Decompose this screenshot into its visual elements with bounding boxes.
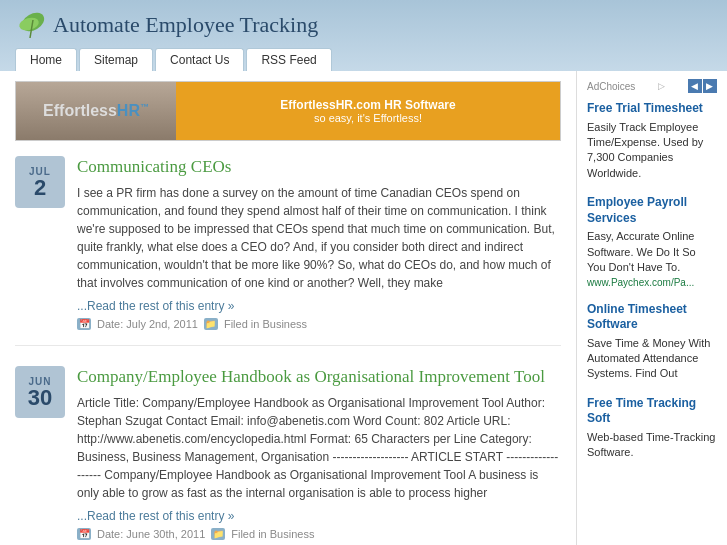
- post-2-title[interactable]: Company/Employee Handbook as Organisatio…: [77, 366, 561, 388]
- nav-sitemap[interactable]: Sitemap: [79, 48, 153, 71]
- ad-choices-arrow: ▷: [658, 81, 665, 91]
- ad-nav-next[interactable]: ▶: [703, 79, 717, 93]
- post-1-folder-icon: 📁: [204, 318, 218, 330]
- post-1-day: 2: [34, 177, 46, 199]
- main-wrapper: EffortlessHR™ EffortlessHR.com HR Softwa…: [0, 71, 727, 545]
- post-1-title-link[interactable]: Communicating CEOs: [77, 157, 231, 176]
- sidebar-ad-4-body: Web-based Time-Tracking Software.: [587, 431, 715, 458]
- post-1-body: I see a PR firm has done a survey on the…: [77, 184, 561, 292]
- post-1-title[interactable]: Communicating CEOs: [77, 156, 561, 178]
- ad-choices-label: AdChoices: [587, 81, 635, 92]
- sidebar-ad-2: Employee Payroll Services Easy, Accurate…: [587, 195, 717, 287]
- sidebar-ad-4-title[interactable]: Free Time Tracking Soft: [587, 396, 717, 427]
- banner-tagline-line2: so easy, it's Effortless!: [314, 112, 422, 124]
- post-2-meta-filed: Filed in Business: [231, 528, 314, 540]
- post-2: JUN 30 Company/Employee Handbook as Orga…: [15, 366, 561, 545]
- nav-rss[interactable]: RSS Feed: [246, 48, 331, 71]
- sidebar-ad-1-title[interactable]: Free Trial Timesheet: [587, 101, 717, 117]
- sidebar-ad-2-url[interactable]: www.Paychex.com/Pa...: [587, 277, 694, 288]
- sidebar-ad-2-body: Easy, Accurate Online Software. We Do It…: [587, 230, 696, 273]
- banner-effortless-text: Effortless: [43, 102, 117, 119]
- sidebar-ad-1-body: Easily Track Employee Time/Expense. Used…: [587, 121, 703, 179]
- post-2-calendar-icon: 📅: [77, 528, 91, 540]
- banner-logo-text: EffortlessHR™: [43, 102, 149, 120]
- sidebar-ad-4: Free Time Tracking Soft Web-based Time-T…: [587, 396, 717, 461]
- post-2-content: Company/Employee Handbook as Organisatio…: [77, 366, 561, 540]
- post-1-meta: 📅 Date: July 2nd, 2011 📁 Filed in Busine…: [77, 318, 561, 330]
- post-2-body: Article Title: Company/Employee Handbook…: [77, 394, 561, 502]
- header-top: Automate Employee Tracking: [15, 10, 712, 48]
- nav-home[interactable]: Home: [15, 48, 77, 71]
- post-2-read-more[interactable]: ...Read the rest of this entry »: [77, 509, 234, 523]
- ad-nav-buttons: ◀ ▶: [688, 79, 717, 93]
- post-2-folder-icon: 📁: [211, 528, 225, 540]
- banner-ad[interactable]: EffortlessHR™ EffortlessHR.com HR Softwa…: [15, 81, 561, 141]
- post-2-date: JUN 30: [15, 366, 65, 418]
- sidebar-ad-3: Online Timesheet Software Save Time & Mo…: [587, 302, 717, 382]
- post-1-calendar-icon: 📅: [77, 318, 91, 330]
- sidebar-ad-1: Free Trial Timesheet Easily Track Employ…: [587, 101, 717, 181]
- post-2-day: 30: [28, 387, 52, 409]
- post-2-meta: 📅 Date: June 30th, 2011 📁 Filed in Busin…: [77, 528, 561, 540]
- content-area: EffortlessHR™ EffortlessHR.com HR Softwa…: [0, 71, 577, 545]
- site-title: Automate Employee Tracking: [53, 12, 318, 38]
- post-1-meta-filed: Filed in Business: [224, 318, 307, 330]
- post-1: JUL 2 Communicating CEOs I see a PR firm…: [15, 156, 561, 346]
- post-1-date: JUL 2: [15, 156, 65, 208]
- banner-right: EffortlessHR.com HR Software so easy, it…: [176, 81, 560, 141]
- sidebar-ad-2-title[interactable]: Employee Payroll Services: [587, 195, 717, 226]
- banner-tagline-line1: EffortlessHR.com HR Software: [280, 98, 455, 112]
- post-2-meta-date: Date: June 30th, 2011: [97, 528, 205, 540]
- ad-nav-prev[interactable]: ◀: [688, 79, 702, 93]
- post-1-read-more[interactable]: ...Read the rest of this entry »: [77, 299, 234, 313]
- nav-bar: Home Sitemap Contact Us RSS Feed: [15, 48, 712, 71]
- sidebar-ad-3-body: Save Time & Money With Automated Attenda…: [587, 337, 711, 380]
- post-2-title-link[interactable]: Company/Employee Handbook as Organisatio…: [77, 367, 545, 386]
- ad-choices-bar: AdChoices ▷ ◀ ▶: [587, 79, 717, 93]
- banner-left: EffortlessHR™: [16, 81, 176, 141]
- sidebar-ad-3-title[interactable]: Online Timesheet Software: [587, 302, 717, 333]
- nav-contact[interactable]: Contact Us: [155, 48, 244, 71]
- post-1-meta-date: Date: July 2nd, 2011: [97, 318, 198, 330]
- logo-leaf-icon: [15, 10, 45, 40]
- header: Automate Employee Tracking Home Sitemap …: [0, 0, 727, 71]
- banner-hr-text: HR: [117, 102, 140, 119]
- post-1-content: Communicating CEOs I see a PR firm has d…: [77, 156, 561, 330]
- banner-tm: ™: [140, 102, 149, 112]
- sidebar: AdChoices ▷ ◀ ▶ Free Trial Timesheet Eas…: [577, 71, 727, 545]
